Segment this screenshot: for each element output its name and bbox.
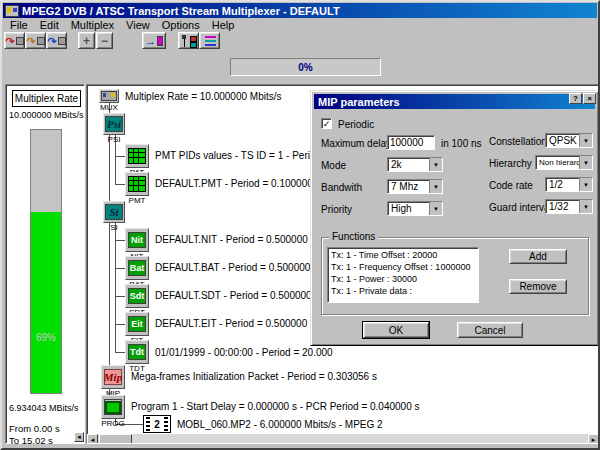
pat-node-icon[interactable] bbox=[125, 144, 149, 168]
chevron-down-icon[interactable]: ▼ bbox=[579, 156, 592, 169]
function-item[interactable]: Tx: 1 - Time Offset : 20000 bbox=[331, 249, 478, 261]
prog-node-text[interactable]: Program 1 - Start Delay = 0.000000 s - P… bbox=[131, 401, 420, 412]
mp2-stream-text[interactable]: MOBL_060.MP2 - 6.000000 Mbits/s - MPEG 2 bbox=[177, 419, 383, 430]
dialog-title-bar[interactable]: MIP parameters bbox=[314, 94, 595, 109]
hierarchy-select[interactable]: Non hierarchical ▼ bbox=[535, 155, 593, 170]
app-icon bbox=[5, 5, 19, 17]
start-multiplex-button[interactable]: → bbox=[142, 32, 166, 49]
rate-gauge: 69% bbox=[30, 129, 62, 394]
maximum-delay-label: Maximum delay bbox=[321, 138, 391, 149]
nit-node-icon[interactable]: Nit bbox=[125, 228, 149, 252]
remove-function-button[interactable]: Remove bbox=[509, 279, 567, 294]
sdt-node-icon[interactable]: Sdt bbox=[125, 284, 149, 308]
periodic-checkbox[interactable]: ✓ bbox=[321, 118, 332, 129]
si-node-icon[interactable]: Si bbox=[103, 201, 125, 223]
cancel-button[interactable]: Cancel bbox=[457, 322, 523, 338]
tree-connector bbox=[115, 156, 125, 157]
bandwith-value: 7 Mhz bbox=[388, 181, 429, 192]
menu-view[interactable]: View bbox=[120, 19, 156, 32]
add-item-button[interactable]: + bbox=[78, 32, 95, 49]
psi-node-icon[interactable]: Psi bbox=[103, 113, 125, 135]
function-item[interactable]: Tx: 1 - Power : 30000 bbox=[331, 273, 478, 285]
mip-node-text[interactable]: Mega-frames Initialization Packet - Peri… bbox=[131, 371, 377, 382]
tree-connector bbox=[115, 240, 125, 241]
bandwith-select[interactable]: 7 Mhz ▼ bbox=[387, 179, 443, 194]
mip-node-icon[interactable]: Mip bbox=[101, 365, 125, 389]
settings-bars-icon bbox=[203, 35, 216, 47]
menu-multiplex[interactable]: Multiplex bbox=[65, 19, 120, 32]
mip-parameters-dialog: MIP parameters ? × ✓ Periodic Maximum de… bbox=[310, 90, 599, 346]
mux-node-text[interactable]: Multiplex Rate = 10.000000 Mbits/s bbox=[125, 91, 281, 102]
save-multiplex-button[interactable]: ↷ bbox=[46, 32, 67, 49]
add-function-button[interactable]: Add bbox=[509, 249, 567, 264]
chevron-down-icon[interactable]: ▼ bbox=[579, 200, 592, 213]
bat-node-icon[interactable]: Bat bbox=[125, 256, 149, 280]
rate-gauge-percent: 69% bbox=[31, 332, 61, 343]
mp2-stream-icon[interactable]: 2 bbox=[143, 415, 171, 433]
constellation-value: QPSK bbox=[546, 135, 579, 146]
checkmark-icon: ✓ bbox=[323, 119, 331, 129]
open-multiplex-button[interactable]: ↷ bbox=[25, 32, 46, 49]
tree-connector bbox=[115, 296, 125, 297]
title-bar[interactable]: MPEG2 DVB / ATSC Transport Stream Multip… bbox=[3, 3, 597, 18]
prog-node-icon[interactable] bbox=[101, 395, 125, 419]
menu-help[interactable]: Help bbox=[206, 19, 241, 32]
max-rate-value: 10.000000 MBits/s bbox=[9, 110, 85, 120]
guard-interval-select[interactable]: 1/32 ▼ bbox=[545, 199, 593, 214]
pmt-node-text[interactable]: DEFAULT.PMT - Period = 0.100000 s bbox=[155, 178, 321, 189]
hscroll-left-button[interactable]: ◄ bbox=[87, 434, 98, 444]
eit-node-icon[interactable]: Eit bbox=[125, 312, 149, 336]
tdt-node-text[interactable]: 01/01/1999 - 00:00:00 - Period = 20.000 bbox=[155, 347, 333, 358]
pmt-node-icon[interactable] bbox=[125, 172, 149, 196]
functions-listbox[interactable]: Tx: 1 - Time Offset : 20000 Tx: 1 - Freq… bbox=[327, 247, 479, 303]
nit-node-text[interactable]: DEFAULT.NIT - Period = 0.500000 s bbox=[155, 234, 316, 245]
dialog-close-button[interactable]: × bbox=[583, 93, 596, 104]
table-icon bbox=[128, 148, 146, 164]
pmt-node-label: PMT bbox=[123, 197, 151, 205]
chevron-down-icon[interactable]: ▼ bbox=[579, 178, 592, 191]
multiplex-rate-panel: Multiplex Rate 10.000000 MBits/s 69% 6.9… bbox=[5, 84, 85, 444]
function-item[interactable]: Tx: 1 - Frequency Offset : 1000000 bbox=[331, 261, 478, 273]
code-rate-label: Code rate bbox=[489, 180, 533, 191]
menu-edit[interactable]: Edit bbox=[34, 19, 65, 32]
chevron-down-icon[interactable]: ▼ bbox=[579, 134, 592, 147]
sdt-node-text[interactable]: DEFAULT.SDT - Period = 0.500000 s bbox=[155, 290, 319, 301]
dialog-title: MIP parameters bbox=[318, 96, 400, 108]
hscroll-right-button[interactable]: ► bbox=[588, 434, 599, 444]
eit-node-text[interactable]: DEFAULT.EIT - Period = 0.500000 s bbox=[155, 318, 315, 329]
maximum-delay-input[interactable] bbox=[387, 135, 435, 150]
function-item[interactable]: Tx: 1 - Private data : bbox=[331, 285, 478, 297]
tdt-node-icon[interactable]: Tdt bbox=[125, 340, 149, 364]
start-arrow-icon: → bbox=[145, 36, 156, 46]
scroll-left-icon: ◄ bbox=[90, 437, 96, 443]
guard-interval-value: 1/32 bbox=[546, 201, 579, 212]
pat-node-text[interactable]: PMT PIDs values - TS ID = 1 - Period = bbox=[155, 150, 330, 161]
chevron-down-icon[interactable]: ▼ bbox=[429, 158, 442, 171]
ok-button[interactable]: OK bbox=[363, 322, 429, 338]
new-multiplex-button[interactable]: ↷ bbox=[4, 32, 25, 49]
menu-options[interactable]: Options bbox=[156, 19, 206, 32]
remove-item-button[interactable]: − bbox=[96, 32, 113, 49]
dialog-help-button[interactable]: ? bbox=[569, 93, 582, 104]
hierarchy-value: Non hierarchical bbox=[536, 158, 579, 167]
code-rate-select[interactable]: 1/2 ▼ bbox=[545, 177, 593, 192]
tree-view-button[interactable] bbox=[178, 32, 199, 49]
menu-file[interactable]: File bbox=[4, 19, 34, 32]
rate-panel-scroll-left[interactable]: ◄ bbox=[74, 432, 84, 442]
mux-progress-bar: 0% bbox=[230, 58, 381, 76]
table-icon bbox=[128, 176, 146, 192]
mode-select[interactable]: 2k ▼ bbox=[387, 157, 443, 172]
psi-node-label: PSI bbox=[99, 136, 129, 144]
new-multiplex-icon: ↷ bbox=[5, 36, 14, 46]
chevron-down-icon[interactable]: ▼ bbox=[429, 202, 442, 215]
hscroll-thumb[interactable] bbox=[99, 434, 132, 444]
bat-node-text[interactable]: DEFAULT.BAT - Period = 0.500000 s bbox=[155, 262, 318, 273]
hierarchy-label: Hierarchy bbox=[489, 158, 532, 169]
code-rate-value: 1/2 bbox=[546, 179, 579, 190]
constellation-select[interactable]: QPSK ▼ bbox=[545, 133, 593, 148]
multiplex-settings-button[interactable] bbox=[199, 32, 220, 49]
chevron-down-icon[interactable]: ▼ bbox=[429, 180, 442, 193]
mux-node-icon[interactable] bbox=[99, 89, 119, 103]
priority-select[interactable]: High ▼ bbox=[387, 201, 443, 216]
tree-hscrollbar[interactable]: ◄ ► bbox=[87, 434, 599, 444]
